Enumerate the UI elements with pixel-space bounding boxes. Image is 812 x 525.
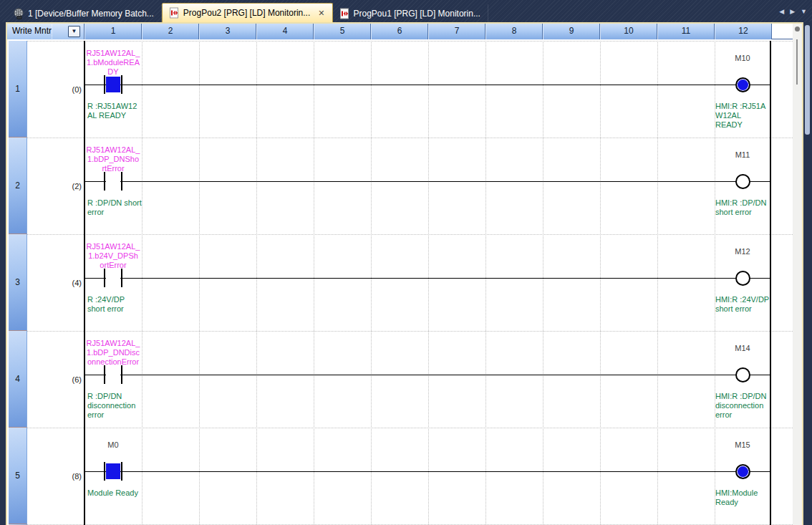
- rung-wire: [84, 278, 770, 279]
- grid-rung-line: [27, 138, 793, 138]
- grid-column-line: [256, 41, 257, 524]
- ladder-program-icon: [339, 8, 350, 19]
- coil-device-label: M12: [698, 247, 787, 256]
- grid-rung-line: [27, 331, 793, 332]
- contact-device-comment: R :24V/DP short error: [87, 295, 168, 314]
- grid-column-line: [314, 41, 314, 524]
- tab-device-buffer-memory-batch[interactable]: 1 [Device/Buffer Memory Batch...: [7, 4, 162, 22]
- ladder-editor-document: 1(0)RJ51AW12AL_ 1.bModuleREA DYR :RJ51AW…: [6, 22, 803, 525]
- column-header-12: 12: [715, 24, 772, 39]
- rung-wire: [84, 181, 770, 182]
- grid-column-line: [600, 41, 601, 524]
- coil-device-comment: HMI:R :24V/DP short error: [715, 295, 780, 314]
- rung-row-header[interactable]: 4: [9, 331, 27, 428]
- column-header-8: 8: [485, 24, 543, 39]
- ladder-program-icon: [168, 7, 180, 19]
- chevron-down-icon: ▼: [72, 28, 77, 34]
- step-number: (0): [49, 85, 82, 94]
- contact-device-comment: Module Ready: [87, 488, 168, 498]
- column-header-2: 2: [142, 24, 199, 39]
- tab-scroll-left-icon[interactable]: ◀: [779, 8, 784, 15]
- tab-progpou2-monitoring[interactable]: ProgPou2 [PRG] [LD] Monitorin...✕: [162, 3, 333, 22]
- coil-device-comment: HMI:R :RJ51A W12AL READY: [715, 102, 780, 130]
- grid-rung-line: [27, 428, 793, 428]
- rung-row-header[interactable]: 3: [9, 234, 27, 331]
- left-power-rail: [84, 41, 85, 525]
- coil-device-comment: HMI:Module Ready: [715, 488, 780, 507]
- monitor-mode-cell: Write Mntr ▼: [7, 24, 84, 39]
- column-header-11: 11: [657, 24, 715, 39]
- grid-column-line: [371, 41, 372, 524]
- header-filler: [772, 24, 793, 39]
- header-separator: [52, 24, 52, 39]
- tab-close-icon[interactable]: ✕: [318, 9, 324, 17]
- document-tabs: 1 [Device/Buffer Memory Batch...ProgPou2…: [7, 3, 488, 22]
- scrollbar-thumb[interactable]: [796, 39, 798, 85]
- output-coil-symbol[interactable]: [735, 174, 750, 189]
- contact-device-comment: R :RJ51AW12 AL READY: [87, 102, 168, 120]
- coil-device-label: M10: [698, 54, 787, 63]
- contact-device-label: RJ51AW12AL_ 1.bDP_DNDisc onnectionError: [69, 339, 158, 367]
- step-number: (8): [49, 472, 82, 481]
- no-contact-symbol[interactable]: [106, 463, 120, 479]
- tab-progpou1-monitoring[interactable]: ProgPou1 [PRG] [LD] Monitorin...: [333, 4, 488, 22]
- grid-rung-line: [27, 234, 793, 235]
- rung-row-header[interactable]: 1: [9, 41, 27, 138]
- tab-label: 1 [Device/Buffer Memory Batch...: [28, 9, 154, 19]
- column-header-10: 10: [600, 24, 657, 39]
- contact-device-label: M0: [69, 440, 158, 450]
- contact-device-comment: R :DP/DN disconnection error: [87, 392, 168, 420]
- no-contact-symbol[interactable]: [106, 77, 120, 92]
- step-number: (6): [49, 375, 82, 384]
- outer-panel-scrollbar[interactable]: [805, 25, 810, 135]
- column-header-6: 6: [371, 24, 428, 39]
- grid-rung-line: [27, 41, 793, 42]
- tab-label: ProgPou2 [PRG] [LD] Monitorin...: [183, 8, 310, 18]
- monitor-mode-dropdown-button[interactable]: ▼: [68, 26, 80, 37]
- document-tab-bar: 1 [Device/Buffer Memory Batch...ProgPou2…: [0, 0, 812, 22]
- grid-column-line: [428, 41, 429, 524]
- coil-device-label: M14: [698, 344, 787, 353]
- contact-device-comment: R :DP/DN short error: [87, 198, 168, 217]
- coil-device-comment: HMI:R :DP/DN disconnection error: [715, 392, 780, 420]
- no-contact-symbol[interactable]: [106, 367, 120, 382]
- tab-scroll-controls: ◀ ▶ ▼: [779, 0, 807, 22]
- coil-device-label: M15: [698, 440, 787, 450]
- tab-menu-icon[interactable]: ▼: [801, 8, 807, 15]
- column-header-4: 4: [256, 24, 314, 39]
- step-number: (2): [49, 182, 82, 191]
- column-header-9: 9: [543, 24, 600, 39]
- contact-device-label: RJ51AW12AL_ 1.b24V_DPSh ortError: [69, 242, 158, 270]
- grid-column-line: [485, 41, 486, 524]
- output-coil-symbol[interactable]: [735, 271, 750, 286]
- column-header-7: 7: [428, 24, 485, 39]
- coil-device-label: M11: [698, 150, 787, 160]
- output-coil-symbol[interactable]: [735, 77, 750, 92]
- output-coil-symbol[interactable]: [735, 464, 750, 479]
- rung-wire: [84, 85, 770, 85]
- monitor-mode-label: Write Mntr: [12, 26, 52, 36]
- column-headers: 123456789101112: [84, 24, 772, 39]
- column-header-3: 3: [199, 24, 256, 39]
- ladder-diagram: 1(0)RJ51AW12AL_ 1.bModuleREA DYR :RJ51AW…: [7, 24, 793, 525]
- vertical-scrollbar[interactable]: [793, 24, 802, 525]
- no-contact-symbol[interactable]: [106, 270, 120, 286]
- output-coil-symbol[interactable]: [735, 367, 750, 382]
- tab-scroll-right-icon[interactable]: ▶: [790, 8, 795, 15]
- rung-wire: [84, 375, 770, 375]
- step-number: (4): [49, 279, 82, 287]
- coil-device-comment: HMI:R :DP/DN short error: [715, 198, 780, 217]
- no-contact-symbol[interactable]: [106, 173, 120, 189]
- device-buffer-memory-icon: [13, 8, 24, 19]
- ladder-grid-header: Write Mntr ▼ 123456789101112: [7, 24, 793, 39]
- tab-label: ProgPou1 [PRG] [LD] Monitorin...: [354, 9, 480, 19]
- contact-device-label: RJ51AW12AL_ 1.bDP_DNSho rtError: [69, 145, 158, 173]
- scrollbar-origin-dot: [795, 27, 800, 32]
- column-header-1: 1: [84, 24, 142, 39]
- rung-row-header[interactable]: 5: [9, 428, 27, 524]
- column-header-5: 5: [314, 24, 371, 39]
- rung-row-header[interactable]: 2: [9, 138, 27, 234]
- grid-column-line: [199, 41, 200, 524]
- contact-device-label: RJ51AW12AL_ 1.bModuleREA DY: [69, 49, 158, 77]
- grid-column-line: [543, 41, 543, 524]
